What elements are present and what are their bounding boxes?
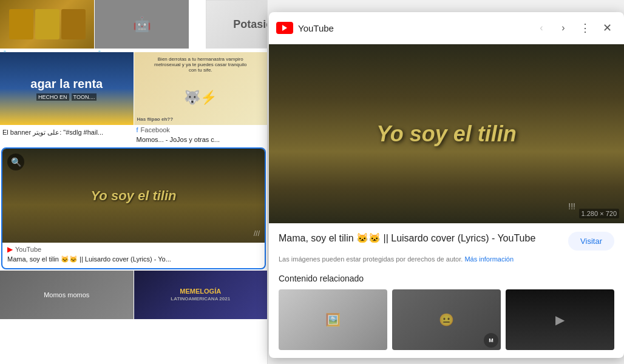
forward-button[interactable]: › (554, 18, 573, 38)
related-thumbnails: 🖼️ 😐 M ▶ (279, 289, 614, 350)
related-title: Contenido relacionado (279, 274, 614, 283)
memelogia-sub: LATINOAMERICANA 2021 (171, 296, 230, 302)
close-button[interactable]: ✕ (597, 18, 617, 38)
back-button[interactable]: ‹ (532, 18, 551, 38)
info-title-block: Mama, soy el tilin 🐱🐱 || Luisardo cover … (279, 232, 561, 245)
info-top-row: Mama, soy el tilin 🐱🐱 || Luisardo cover … (279, 232, 614, 251)
momos-label: Momos momos (44, 291, 89, 298)
source-line-jojo: f Facebook (134, 125, 268, 135)
source-label-1: Twitter (13, 50, 33, 52)
lens-icon[interactable]: 🔍 (7, 153, 24, 170)
source-label-fb: Facebook (141, 126, 170, 133)
more-info-link[interactable]: Más información (464, 255, 514, 263)
mid-results-row: agar la renta HECHO ENTOON.... El banner… (0, 52, 267, 146)
more-options-button[interactable]: ⋮ (575, 18, 595, 38)
result-card-memelogia[interactable]: MEMELOGÍA LATINOAMERICANA 2021 (134, 271, 268, 319)
youtube-logo-icon (276, 22, 293, 34)
panel-source-title: YouTube (298, 23, 334, 33)
related-thumb-1[interactable]: 🖼️ (279, 289, 387, 350)
related-thumb-3[interactable]: ▶ (506, 289, 614, 350)
result-title-banner: El banner على تويتر: "#sdlg #hail... (0, 127, 134, 139)
facebook-icon: f (137, 126, 138, 133)
bottom-results-row: Momos momos MEMELOGÍA LATINOAMERICANA 20… (0, 271, 267, 319)
video-resolution: 1.280 × 720 (579, 209, 619, 218)
visit-button[interactable]: Visitar (568, 232, 614, 251)
result-card-jojo[interactable]: Bien derrotas a tu hermanastra vampirome… (134, 52, 268, 146)
youtube-logo (276, 22, 293, 34)
video-main-text: Yo soy el tilin (376, 121, 517, 147)
selected-thumbnail: 🔍 Yo soy el tilin /// (2, 149, 265, 243)
selected-thumb-exclaim: /// (254, 229, 260, 238)
panel-divider (267, 0, 268, 364)
source-line-twitter-1: 🐦 Twitter (0, 49, 94, 52)
video-info-area: Mama, soy el tilin 🐱🐱 || Luisardo cover … (269, 223, 624, 269)
panel-header: YouTube ‹ › ⋮ ✕ (269, 12, 624, 44)
selected-source-line: ▶ YouTube (2, 243, 265, 255)
result-card-banner[interactable]: agar la renta HECHO ENTOON.... El banner… (0, 52, 134, 146)
selected-result-card[interactable]: 🔍 Yo soy el tilin /// ▶ YouTube Mama, so… (1, 147, 266, 269)
copyright-text: Las imágenes pueden estar protegidas por… (279, 255, 463, 263)
memester-badge: M (484, 333, 498, 348)
panel-navigation: ‹ › ⋮ ✕ (532, 18, 617, 38)
video-title: Mama, soy el tilin 🐱🐱 || Luisardo cover … (279, 232, 561, 245)
result-card-potasio[interactable]: Potasio (206, 0, 267, 52)
result-title-jojo: Momos... - JoJos y otras c... (134, 135, 268, 146)
video-preview: Yo soy el tilin !!! 1.280 × 720 (269, 44, 624, 223)
memelogia-title: MEMELOGÍA (180, 288, 221, 295)
jojo-bottom: Has flipao eh?? (137, 116, 174, 122)
source-label-2: Twitter (108, 50, 127, 52)
video-exclamation: !!! (568, 201, 575, 211)
youtube-preview-panel: YouTube ‹ › ⋮ ✕ Yo soy el tilin !!! 1.28… (269, 12, 624, 358)
copyright-notice: Las imágenes pueden estar protegidas por… (279, 255, 614, 263)
twitter-icon-1: 🐦 (2, 50, 11, 52)
related-thumb-2[interactable]: 😐 M (392, 289, 501, 350)
selected-result-title: Mama, soy el tilin 🐱🐱 || Luisardo cover … (2, 255, 265, 268)
left-search-results: 🐦 Twitter Meh on Twitter: "htt... 🤖 🐦 Tw… (0, 0, 267, 364)
jojo-text: Bien derrotas a tu hermanastra vampirome… (134, 55, 268, 74)
banner-sub: HECHO ENTOON.... (36, 93, 97, 101)
top-results-row: 🐦 Twitter Meh on Twitter: "htt... 🤖 🐦 Tw… (0, 0, 267, 52)
source-line-twitter-2: 🐦 Twitter (95, 49, 205, 52)
result-card-momos[interactable]: Momos momos (0, 271, 134, 319)
result-title-potasio (206, 51, 267, 52)
related-content-section: Contenido relacionado 🖼️ 😐 M ▶ (269, 269, 624, 358)
selected-thumb-text: Yo soy el tilin (91, 188, 177, 204)
potasio-label: Potasio (233, 18, 267, 31)
banner-text: agar la renta (30, 77, 103, 91)
selected-source-label: YouTube (15, 246, 41, 253)
result-card-twitter-2[interactable]: 🤖 🐦 Twitter MomosBot 4000 på Twitter: "M… (95, 0, 205, 52)
result-card-twitter-1[interactable]: 🐦 Twitter Meh on Twitter: "htt... (0, 0, 94, 52)
youtube-icon-small: ▶ (7, 245, 13, 254)
twitter-icon-2: 🐦 (97, 50, 106, 52)
